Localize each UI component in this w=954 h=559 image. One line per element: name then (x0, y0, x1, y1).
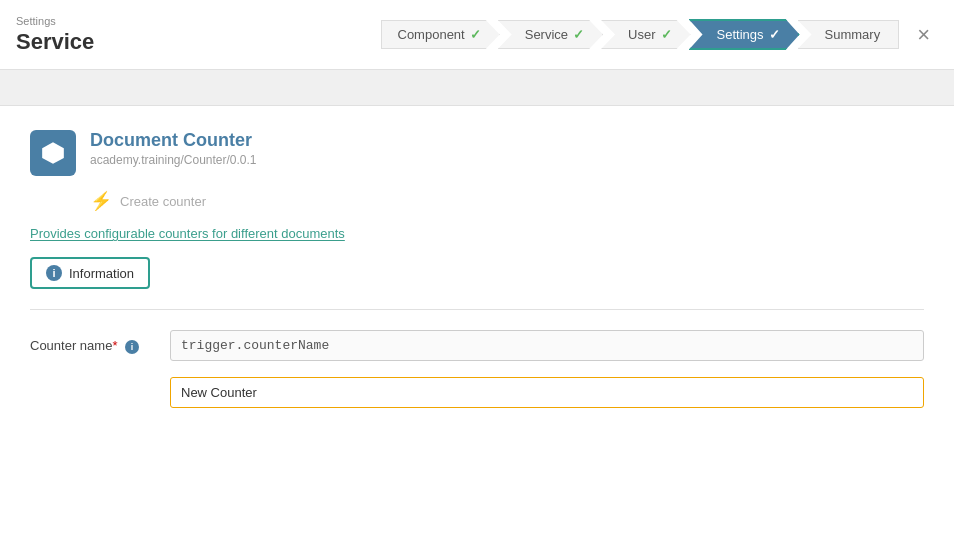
new-counter-row (30, 377, 924, 408)
settings-label: Settings (16, 15, 94, 27)
step-user[interactable]: User ✓ (601, 20, 690, 49)
service-path: academy.training/Counter/0.0.1 (90, 153, 257, 167)
counter-name-info-icon[interactable]: i (125, 340, 139, 354)
sub-bar (0, 70, 954, 106)
service-icon (30, 130, 76, 176)
close-button[interactable]: × (909, 18, 938, 52)
counter-name-input[interactable] (170, 330, 924, 361)
info-tab-container: i Information (30, 257, 924, 289)
top-bar: Settings Service Component ✓ Service ✓ U… (0, 0, 954, 70)
top-bar-left: Settings Service (16, 15, 94, 55)
check-icon-component: ✓ (470, 27, 481, 42)
step-settings[interactable]: Settings ✓ (689, 19, 800, 50)
wizard-steps: Component ✓ Service ✓ User ✓ Settings ✓ … (381, 18, 939, 52)
step-summary[interactable]: Summary (798, 20, 900, 49)
hexagon-icon (40, 140, 66, 166)
service-header: Document Counter academy.training/Counte… (30, 130, 924, 176)
counter-name-row: Counter name* i (30, 330, 924, 361)
action-row: ⚡ Create counter (90, 190, 924, 212)
action-label: Create counter (120, 194, 206, 209)
info-icon: i (46, 265, 62, 281)
new-counter-input[interactable] (170, 377, 924, 408)
service-name: Document Counter (90, 130, 257, 151)
info-tab-label: Information (69, 266, 134, 281)
check-icon-settings: ✓ (769, 27, 780, 42)
main-content: Document Counter academy.training/Counte… (0, 106, 954, 448)
counter-name-label: Counter name* i (30, 338, 170, 354)
step-component[interactable]: Component ✓ (381, 20, 500, 49)
service-title: Service (16, 29, 94, 55)
divider (30, 309, 924, 310)
service-description: Provides configurable counters for diffe… (30, 226, 924, 241)
bolt-icon: ⚡ (90, 190, 112, 212)
info-tab[interactable]: i Information (30, 257, 150, 289)
check-icon-user: ✓ (661, 27, 672, 42)
check-icon-service: ✓ (573, 27, 584, 42)
step-service[interactable]: Service ✓ (498, 20, 603, 49)
service-info: Document Counter academy.training/Counte… (90, 130, 257, 167)
